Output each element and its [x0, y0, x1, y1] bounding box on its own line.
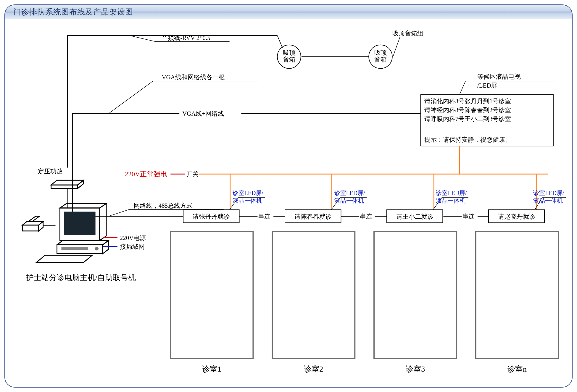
- svg-text:音箱: 音箱: [374, 56, 387, 63]
- svg-text:吸顶: 吸顶: [374, 49, 387, 56]
- svg-text:诊室LED屏/: 诊室LED屏/: [436, 190, 467, 196]
- svg-point-38: [95, 247, 99, 251]
- vga-net-each-label: VGA线和网络线各一根: [162, 74, 225, 81]
- svg-rect-36: [64, 212, 95, 235]
- svg-line-2: [277, 36, 283, 48]
- serial-1: 串连: [258, 213, 270, 220]
- svg-text:诊室LED屏/: 诊室LED屏/: [334, 190, 365, 196]
- svg-text:请王小二就诊: 请王小二就诊: [396, 213, 433, 220]
- speaker-group-label: 吸顶音箱组: [392, 30, 423, 37]
- vga-net-label: VGA线+网络线: [182, 110, 224, 117]
- serial-2: 串连: [360, 213, 372, 220]
- title-bar: 门诊排队系统图布线及产品架设图: [5, 5, 572, 19]
- power-220v-label: 220V正常强电: [125, 170, 167, 178]
- svg-rect-37: [61, 247, 88, 250]
- svg-text:诊室LED屏/: 诊室LED屏/: [233, 190, 264, 196]
- room-3: [374, 232, 457, 359]
- svg-text:音箱: 音箱: [283, 56, 295, 63]
- room-led-3: 请王小二就诊 诊室LED屏/ 液晶一体机: [387, 190, 468, 223]
- serial-3: 串连: [462, 213, 475, 220]
- diagram-panel: 门诊排队系统图布线及产品架设图 吸顶音箱组: [4, 4, 573, 388]
- room-2: [272, 232, 355, 359]
- svg-text:请陈春春就诊: 请陈春春就诊: [294, 213, 332, 220]
- amplifier-icon: [51, 180, 84, 188]
- svg-text:液晶一体机: 液晶一体机: [334, 197, 364, 204]
- lan-label: 接局域网: [120, 243, 145, 250]
- room-led-1: 请张丹丹就诊 诊室LED屏/ 液晶一体机: [183, 190, 265, 223]
- waiting-led-label: /LED屏: [477, 82, 497, 89]
- diagram-canvas: 吸顶音箱组 音频线-RVV 2*0.5 吸顶 音箱 吸顶 音箱 VGA线和网络线…: [5, 19, 572, 387]
- amp-label: 定压功放: [38, 168, 63, 175]
- svg-text:吸顶: 吸顶: [283, 49, 295, 56]
- p220-label: 220V电源: [120, 234, 146, 241]
- svg-text:液晶一体机: 液晶一体机: [436, 197, 465, 204]
- waiting-tv-label: 等候区液晶电视: [477, 73, 521, 80]
- room-led-4: 请赵晓丹就诊 诊室LED屏/ 液晶一体机: [489, 190, 566, 223]
- svg-text:请赵晓丹就诊: 请赵晓丹就诊: [498, 213, 535, 220]
- switch-label: 开关: [186, 171, 199, 178]
- tv-line3: 请呼吸内科7号王小二到3号诊室: [424, 115, 511, 122]
- room-n: [476, 232, 558, 359]
- room-led-2: 请陈春春就诊 诊室LED屏/ 液晶一体机: [285, 190, 367, 223]
- svg-text:请张丹丹就诊: 请张丹丹就诊: [193, 213, 230, 220]
- svg-text:液晶一体机: 液晶一体机: [533, 197, 563, 204]
- tv-line2: 请神经内科8号陈春春到2号诊室: [424, 107, 511, 114]
- svg-text:诊室LED屏/: 诊室LED屏/: [533, 190, 564, 196]
- rs485-label: 网络线，485总线方式: [134, 202, 193, 209]
- room-2-label: 诊室2: [304, 365, 323, 373]
- tv-line1: 请消化内科3号张丹丹到1号诊室: [424, 98, 511, 105]
- room-3-label: 诊室3: [406, 365, 425, 373]
- room-1: [170, 232, 253, 359]
- tv-tip: 提示：请保持安静，祝您健康。: [424, 136, 511, 143]
- host-label: 护士站分诊电脑主机/自助取号机: [26, 273, 136, 282]
- svg-text:液晶一体机: 液晶一体机: [233, 197, 262, 204]
- room-n-label: 诊室n: [507, 365, 527, 373]
- computer-icon: [36, 204, 109, 262]
- title-text: 门诊排队系统图布线及产品架设图: [13, 8, 133, 16]
- audio-cable-label: 音频线-RVV 2*0.5: [162, 34, 210, 41]
- printer-icon: [22, 216, 43, 231]
- room-1-label: 诊室1: [202, 365, 221, 373]
